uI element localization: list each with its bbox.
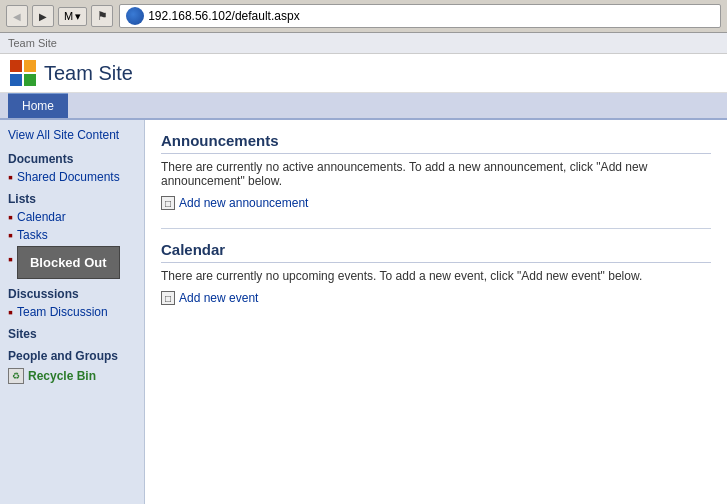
calendar-title: Calendar xyxy=(161,241,711,263)
bullet-icon: ▪ xyxy=(8,170,13,184)
logo-block-3 xyxy=(10,74,22,86)
sidebar-item-team-discussion[interactable]: ▪ Team Discussion xyxy=(0,303,144,321)
add-announcement-link[interactable]: □ Add new announcement xyxy=(161,196,711,210)
favorites-button[interactable]: ⚑ xyxy=(91,5,113,27)
forward-button[interactable]: ▶ xyxy=(32,5,54,27)
add-announcement-icon: □ xyxy=(161,196,175,210)
address-input[interactable] xyxy=(148,9,714,23)
bullet-icon: ▪ xyxy=(8,228,13,242)
address-bar[interactable] xyxy=(119,4,721,28)
logo-block-2 xyxy=(24,60,36,72)
main-content: Announcements There are currently no act… xyxy=(145,120,727,504)
menu-label: M xyxy=(64,10,73,22)
section-divider xyxy=(161,228,711,229)
logo-block-1 xyxy=(10,60,22,72)
announcements-title: Announcements xyxy=(161,132,711,154)
sidebar-section-discussions: Discussions xyxy=(0,281,144,303)
calendar-link[interactable]: Calendar xyxy=(17,210,66,224)
recycle-icon: ♻ xyxy=(8,368,24,384)
sidebar-item-shared-documents[interactable]: ▪ Shared Documents xyxy=(0,168,144,186)
browser-chrome: ◀ ▶ M ▾ ⚑ xyxy=(0,0,727,33)
nav-tabs: Home xyxy=(0,93,727,120)
bullet-icon: ▪ xyxy=(8,210,13,224)
sidebar-section-sites: Sites xyxy=(0,321,144,343)
logo-block-4 xyxy=(24,74,36,86)
recycle-bin-link[interactable]: Recycle Bin xyxy=(28,369,96,383)
sidebar-item-blocked-out[interactable]: ▪ Blocked Out xyxy=(0,244,144,281)
bullet-icon: ▪ xyxy=(8,252,13,266)
blocked-out-box[interactable]: Blocked Out xyxy=(17,246,120,279)
sidebar-item-calendar[interactable]: ▪ Calendar xyxy=(0,208,144,226)
favorites-icon: ⚑ xyxy=(97,9,108,23)
add-announcement-label: Add new announcement xyxy=(179,196,308,210)
tab-home[interactable]: Home xyxy=(8,93,68,118)
sidebar-section-documents: Documents xyxy=(0,146,144,168)
announcements-section: Announcements There are currently no act… xyxy=(161,132,711,210)
site-header: Team Site xyxy=(0,54,727,93)
add-event-label: Add new event xyxy=(179,291,258,305)
bullet-icon: ▪ xyxy=(8,305,13,319)
sidebar-section-people: People and Groups xyxy=(0,343,144,365)
view-all-site-content-link[interactable]: View All Site Content xyxy=(0,124,144,146)
add-event-link[interactable]: □ Add new event xyxy=(161,291,711,305)
shared-documents-link[interactable]: Shared Documents xyxy=(17,170,120,184)
sidebar-section-lists: Lists xyxy=(0,186,144,208)
back-button[interactable]: ◀ xyxy=(6,5,28,27)
announcements-text: There are currently no active announceme… xyxy=(161,160,711,188)
tasks-link[interactable]: Tasks xyxy=(17,228,48,242)
breadcrumb: Team Site xyxy=(0,33,727,54)
calendar-text: There are currently no upcoming events. … xyxy=(161,269,711,283)
menu-button[interactable]: M ▾ xyxy=(58,7,87,26)
page-body: View All Site Content Documents ▪ Shared… xyxy=(0,120,727,504)
sidebar-item-tasks[interactable]: ▪ Tasks xyxy=(0,226,144,244)
menu-chevron: ▾ xyxy=(75,10,81,23)
site-logo xyxy=(10,60,36,86)
sidebar: View All Site Content Documents ▪ Shared… xyxy=(0,120,145,504)
globe-icon xyxy=(126,7,144,25)
page-title: Team Site xyxy=(44,62,133,85)
team-discussion-link[interactable]: Team Discussion xyxy=(17,305,108,319)
sidebar-item-recycle-bin[interactable]: ♻ Recycle Bin xyxy=(0,365,144,387)
add-event-icon: □ xyxy=(161,291,175,305)
calendar-section: Calendar There are currently no upcoming… xyxy=(161,241,711,305)
